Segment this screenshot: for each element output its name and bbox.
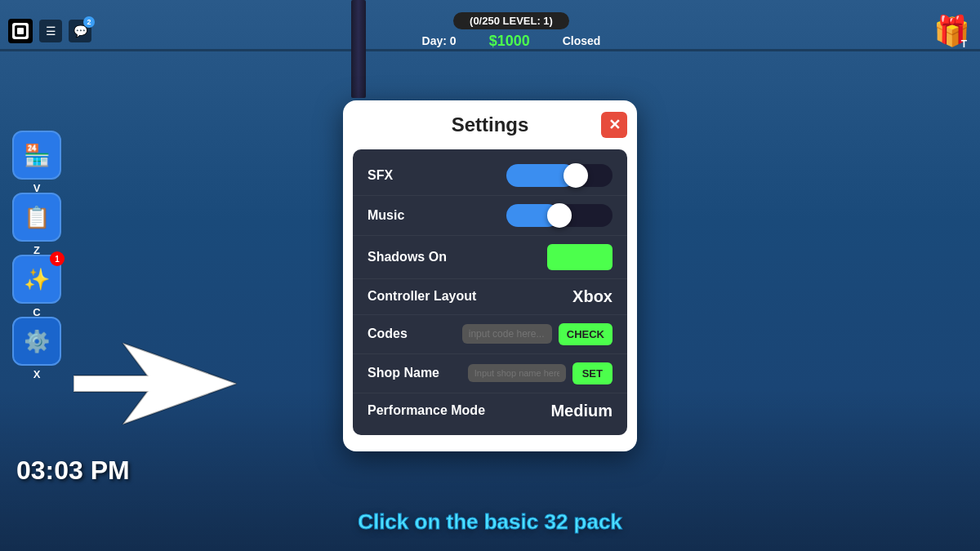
- set-button[interactable]: SET: [572, 362, 612, 384]
- shopname-label: Shop Name: [368, 366, 439, 380]
- codes-input-area: CHECK: [462, 323, 612, 345]
- codes-row: Codes CHECK: [353, 315, 627, 354]
- codes-input[interactable]: [462, 324, 552, 344]
- modal-header: Settings ✕: [343, 100, 637, 149]
- controller-label: Controller Layout: [368, 289, 476, 304]
- performance-label: Performance Mode: [368, 403, 485, 418]
- music-row: Music: [353, 196, 627, 236]
- music-label: Music: [368, 208, 404, 223]
- controller-value[interactable]: Xbox: [572, 287, 612, 306]
- sfx-label: SFX: [368, 168, 393, 183]
- performance-row: Performance Mode Medium: [353, 393, 627, 429]
- sfx-row: SFX: [353, 156, 627, 196]
- check-button[interactable]: CHECK: [559, 323, 612, 345]
- close-button[interactable]: ✕: [601, 112, 627, 138]
- shadows-row: Shadows On: [353, 236, 627, 279]
- shopname-row: Shop Name SET: [353, 354, 627, 393]
- shadows-toggle[interactable]: [547, 244, 612, 270]
- music-slider[interactable]: [506, 204, 612, 227]
- modal-content: SFX Music Shadows On: [353, 149, 627, 435]
- sfx-slider[interactable]: [506, 164, 612, 187]
- shopname-input-area: SET: [468, 362, 612, 384]
- modal-overlay: Settings ✕ SFX Music: [0, 0, 980, 551]
- shadows-label: Shadows On: [368, 250, 447, 264]
- music-thumb: [547, 203, 572, 228]
- modal-title: Settings: [452, 113, 529, 136]
- settings-modal: Settings ✕ SFX Music: [343, 100, 637, 451]
- sfx-thumb: [564, 163, 588, 188]
- codes-label: Codes: [368, 327, 408, 341]
- controller-row: Controller Layout Xbox: [353, 279, 627, 315]
- performance-value[interactable]: Medium: [550, 402, 612, 420]
- shopname-input[interactable]: [468, 364, 566, 382]
- close-icon: ✕: [608, 116, 621, 134]
